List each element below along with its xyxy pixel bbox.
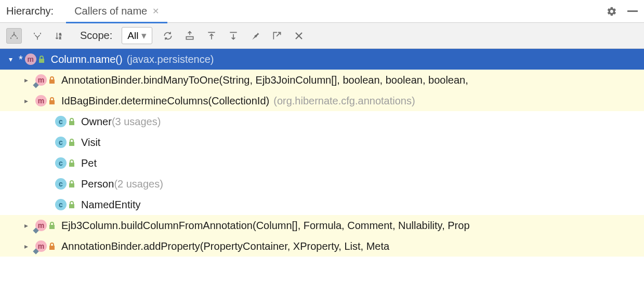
tree-row[interactable]: ▸mIdBagBinder.determineColumns(Collectio… xyxy=(0,90,644,111)
sort-icon[interactable]: az xyxy=(53,30,65,42)
tree-row[interactable]: ▸mEjb3Column.buildColumnFromAnnotation(C… xyxy=(0,215,644,236)
chevron-right-icon[interactable]: ▸ xyxy=(21,242,31,250)
lock-icon xyxy=(49,243,57,250)
lock-icon xyxy=(69,139,77,146)
node-text: NamedEntity xyxy=(81,199,141,211)
class-icon: c xyxy=(55,199,67,210)
lock-icon xyxy=(69,118,77,125)
tree-row[interactable]: cVisit xyxy=(0,132,644,153)
method-icon: m xyxy=(25,53,36,65)
method-icon: m xyxy=(35,74,47,86)
tree-row[interactable]: cPerson(2 usages) xyxy=(0,173,644,194)
usages-count: (2 usages) xyxy=(114,178,163,190)
tree-row[interactable]: cNamedEntity xyxy=(0,194,644,215)
tab-bar: Hierarchy: Callers of name ✕ xyxy=(0,0,644,23)
svg-text:z: z xyxy=(59,36,61,39)
toolbar: az Scope: All ▾ xyxy=(0,23,644,49)
autoscroll-icon[interactable] xyxy=(183,30,196,42)
panel-title: Hierarchy: xyxy=(6,5,54,17)
lock-icon xyxy=(49,222,57,229)
class-icon: c xyxy=(55,178,67,190)
chevron-down-icon[interactable]: ▾ xyxy=(5,55,16,63)
lock-icon xyxy=(69,201,77,208)
node-meta: (javax.persistence) xyxy=(127,53,214,65)
close-toolbar-icon[interactable] xyxy=(293,30,305,42)
collapse-all-icon[interactable] xyxy=(227,30,240,42)
scope-dropdown[interactable]: All ▾ xyxy=(122,27,152,44)
lock-icon xyxy=(49,97,57,104)
tree-row[interactable]: ▸mAnnotationBinder.addProperty(PropertyC… xyxy=(0,236,644,257)
gear-icon[interactable] xyxy=(607,6,617,17)
lock-icon xyxy=(49,76,57,84)
close-icon[interactable]: ✕ xyxy=(152,6,159,16)
scope-value: All xyxy=(127,30,138,42)
node-meta: (org.hibernate.cfg.annotations) xyxy=(273,95,415,107)
svg-rect-3 xyxy=(187,36,193,39)
tab-label: Callers of name xyxy=(74,5,147,17)
tree-row[interactable]: cOwner(3 usages) xyxy=(0,111,644,132)
tree-row[interactable]: cPet xyxy=(0,153,644,173)
class-icon: c xyxy=(55,116,67,127)
export-icon[interactable] xyxy=(271,30,283,42)
svg-rect-0 xyxy=(627,10,638,12)
chevron-right-icon[interactable]: ▸ xyxy=(21,76,31,84)
tab-callers[interactable]: Callers of name ✕ xyxy=(66,1,167,23)
chevron-right-icon[interactable]: ▸ xyxy=(21,221,31,230)
method-icon: m xyxy=(35,95,47,106)
caller-hierarchy-icon[interactable] xyxy=(31,30,44,42)
lock-icon xyxy=(69,159,77,167)
node-text: Person xyxy=(81,178,114,190)
usages-count: (3 usages) xyxy=(112,116,161,128)
node-text: AnnotationBinder.addProperty(PropertyCon… xyxy=(61,240,389,252)
node-text: Pet xyxy=(81,157,97,169)
callee-hierarchy-icon[interactable] xyxy=(6,28,22,44)
tree-row[interactable]: ▸mAnnotationBinder.bindManyToOne(String,… xyxy=(0,70,644,90)
class-icon: c xyxy=(55,137,67,148)
chevron-down-icon: ▾ xyxy=(141,30,147,42)
method-icon: m xyxy=(35,220,47,231)
expand-all-icon[interactable] xyxy=(205,30,218,42)
lock-icon xyxy=(38,56,47,63)
pin-icon[interactable] xyxy=(249,30,261,42)
method-icon: m xyxy=(35,240,47,252)
node-text: AnnotationBinder.bindManyToOne(String, E… xyxy=(61,74,468,86)
class-icon: c xyxy=(55,157,67,169)
hierarchy-tree: ▾ * m Column.name() (javax.persistence) … xyxy=(0,49,644,257)
lock-icon xyxy=(69,180,77,187)
refresh-icon[interactable] xyxy=(162,30,174,42)
node-text: IdBagBinder.determineColumns(CollectionI… xyxy=(61,95,269,107)
minimize-icon[interactable] xyxy=(627,6,638,17)
node-text: Column.name() xyxy=(51,53,123,65)
tree-root-row[interactable]: ▾ * m Column.name() (javax.persistence) xyxy=(0,49,644,70)
chevron-right-icon[interactable]: ▸ xyxy=(21,97,31,105)
svg-text:a: a xyxy=(59,32,61,35)
node-text: Owner xyxy=(81,116,112,128)
recursion-star: * xyxy=(19,53,23,65)
node-text: Ejb3Column.buildColumnFromAnnotation(Col… xyxy=(61,220,470,232)
node-text: Visit xyxy=(81,137,100,149)
scope-label: Scope: xyxy=(80,30,112,42)
